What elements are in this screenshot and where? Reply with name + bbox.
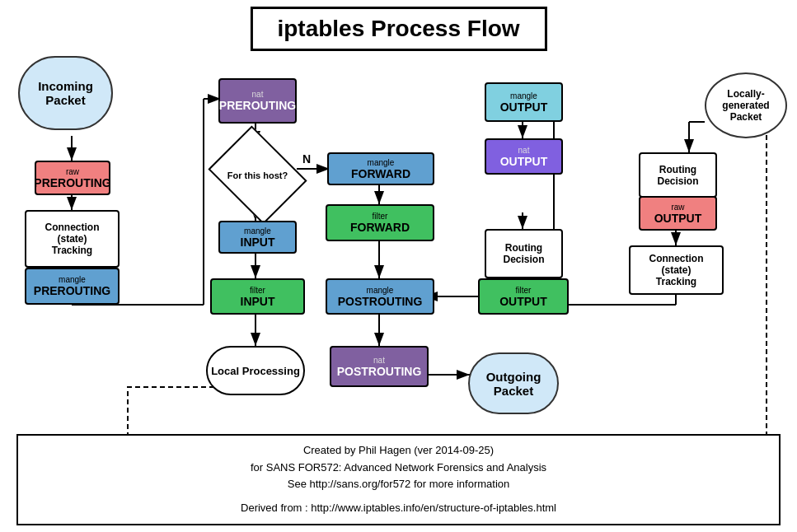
footer-line3: See http://sans.org/for572 for more info… bbox=[25, 476, 772, 493]
nat-postrouting-box: nat POSTROUTING bbox=[330, 346, 429, 387]
for-this-host-diamond: For this host? bbox=[218, 144, 297, 206]
mangle-input-box: mangle INPUT bbox=[218, 221, 297, 254]
routing-decision-center-box: Routing Decision bbox=[485, 229, 563, 278]
footer-line5: Derived from : http://www.iptables.info/… bbox=[25, 500, 772, 517]
mangle-postrouting-box: mangle POSTROUTING bbox=[326, 278, 434, 315]
footer-box: Created by Phil Hagen (ver 2014-09-25) f… bbox=[16, 434, 781, 525]
main-container: iptables Process Flow bbox=[0, 0, 797, 532]
routing-decision-right-box: Routing Decision bbox=[639, 152, 717, 198]
svg-text:N: N bbox=[302, 152, 311, 166]
footer-line2: for SANS FOR572: Advanced Network Forens… bbox=[25, 460, 772, 477]
local-processing-box: Local Processing bbox=[206, 346, 305, 395]
mangle-prerouting-box: mangle PREROUTING bbox=[25, 268, 120, 305]
nat-prerouting-box: nat PREROUTING bbox=[218, 78, 297, 124]
page-title: iptables Process Flow bbox=[250, 7, 546, 51]
raw-output-box: raw OUTPUT bbox=[639, 196, 717, 231]
filter-output-box: filter OUTPUT bbox=[478, 278, 569, 315]
conn-tracking-2-box: Connection (state) Tracking bbox=[629, 245, 724, 295]
locally-generated-packet: Locally- generated Packet bbox=[705, 72, 787, 138]
conn-tracking-1-box: Connection (state) Tracking bbox=[25, 210, 120, 268]
outgoing-packet-cloud: Outgoing Packet bbox=[468, 352, 559, 414]
nat-output-box: nat OUTPUT bbox=[485, 138, 563, 175]
filter-input-box: filter INPUT bbox=[210, 278, 305, 315]
footer-line1: Created by Phil Hagen (ver 2014-09-25) bbox=[25, 442, 772, 460]
filter-forward-box: filter FORWARD bbox=[326, 204, 434, 241]
mangle-output-box: mangle OUTPUT bbox=[485, 82, 563, 122]
incoming-packet-cloud: Incoming Packet bbox=[18, 56, 113, 130]
raw-prerouting-box: raw PREROUTING bbox=[35, 161, 110, 195]
mangle-forward-box: mangle FORWARD bbox=[327, 152, 434, 185]
